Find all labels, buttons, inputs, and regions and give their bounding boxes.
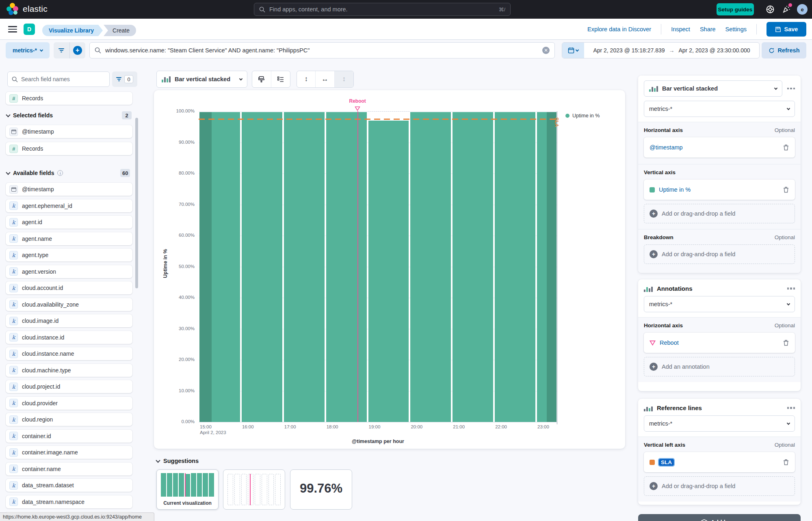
plot-area[interactable]: 100.00%90.00%80.00%70.00%60.00%50.00%40.… [199, 111, 557, 422]
uptime-bar-15:00[interactable] [199, 112, 240, 422]
sla-reference-dimension[interactable]: SLA [644, 452, 795, 472]
annotations-actions-button[interactable] [787, 288, 795, 290]
navbar-actions: Explore data in Discover Inspect Share S… [587, 19, 806, 40]
field-item-cloudmachinetype[interactable]: kcloud.machine.type [6, 364, 132, 377]
field-item-data_streamnamespace[interactable]: kdata_stream.namespace [6, 495, 132, 508]
space-avatar[interactable]: D [24, 24, 35, 35]
trash-icon[interactable] [783, 144, 789, 151]
save-button[interactable]: Save [767, 22, 806, 37]
date-to[interactable]: Apr 2, 2023 @ 23:30:00.000 [679, 47, 750, 54]
field-item-agentid[interactable]: kagent.id [6, 216, 132, 229]
horizontal-axis-dimension[interactable]: @timestamp [644, 137, 795, 158]
suggestion-metric[interactable]: 99.76% [290, 469, 352, 510]
trash-icon[interactable] [783, 186, 789, 193]
field-item-containerimagename[interactable]: kcontainer.image.name [6, 446, 132, 459]
suggestion-alt-chart[interactable] [223, 469, 285, 510]
data-view-picker[interactable]: metrics-* [6, 42, 50, 58]
field-item-agenttype[interactable]: kagent.type [6, 249, 132, 262]
x-axis-tick: 16:00 [242, 424, 254, 429]
uptime-bar-21:00[interactable] [453, 112, 493, 422]
uptime-bar-17:00[interactable] [284, 112, 325, 422]
field-item-cloudimageid[interactable]: kcloud.image.id [6, 314, 132, 327]
add-layer-button[interactable]: Add layer [638, 514, 801, 521]
reboot-annotation-marker-icon[interactable] [355, 105, 360, 112]
field-item-containername[interactable]: kcontainer.name [6, 463, 132, 476]
uptime-bar-18:00[interactable] [326, 112, 367, 422]
reference-actions-button[interactable] [787, 407, 795, 409]
field-item-agentname[interactable]: kagent.name [6, 232, 132, 245]
annotations-data-view-select[interactable]: metrics-* [644, 296, 795, 312]
quick-select-button[interactable] [562, 43, 584, 58]
add-reference-field[interactable]: + Add or drag-and-drop a field [644, 476, 795, 496]
reboot-annotation-line[interactable] [357, 111, 358, 422]
add-breakdown-field[interactable]: + Add or drag-and-drop a field [644, 244, 795, 264]
uptime-bar-16:00[interactable] [242, 112, 282, 422]
sla-reference-line[interactable] [199, 119, 557, 120]
field-item-data_streamdataset[interactable]: kdata_stream.dataset [6, 479, 132, 492]
uptime-bar-23:00[interactable] [537, 112, 556, 422]
reboot-annotation-label[interactable]: Reboot [349, 98, 366, 104]
add-annotation-button[interactable]: + Add an annotation [644, 357, 795, 376]
field-item-records[interactable]: #Records [6, 142, 132, 155]
field-item-agentversion[interactable]: kagent.version [6, 265, 132, 278]
field-item-timestamp[interactable]: @timestamp [6, 183, 132, 196]
field-item-cloudregion[interactable]: kcloud.region [6, 413, 132, 426]
refresh-button[interactable]: Refresh [762, 42, 806, 58]
suggestion-current[interactable]: Current visualization [156, 469, 219, 510]
field-item-cloudprovider[interactable]: kcloud.provider [6, 397, 132, 410]
chart-legend[interactable]: Uptime in % [565, 113, 600, 119]
settings-link[interactable]: Settings [725, 26, 747, 32]
selected-fields-header[interactable]: Selected fields [6, 112, 53, 119]
menu-toggle-button[interactable] [8, 26, 17, 32]
field-item-agentephemeral_id[interactable]: kagent.ephemeral_id [6, 199, 132, 212]
field-item-cloudprojectid[interactable]: kcloud.project.id [6, 380, 132, 393]
breadcrumb-visualize-library[interactable]: Visualize Library [42, 25, 103, 36]
add-vertical-axis-field[interactable]: + Add or drag-and-drop a field [644, 204, 795, 223]
sla-selected-text[interactable]: SLA [659, 459, 674, 466]
explore-data-link[interactable]: Explore data in Discover [587, 26, 651, 32]
news-button[interactable] [782, 4, 791, 14]
help-button[interactable] [765, 4, 775, 14]
date-range[interactable]: Apr 2, 2023 @ 15:18:27.839 → Apr 2, 2023… [584, 47, 759, 54]
global-search-input[interactable]: Find apps, content, and more. ⌘/ [254, 3, 511, 16]
legend-settings-button[interactable] [271, 71, 290, 87]
suggestions-header[interactable]: Suggestions [156, 458, 199, 464]
bottom-axis-button[interactable]: ↔ [316, 71, 334, 87]
field-name: cloud.provider [22, 400, 58, 406]
uptime-bar-20:00[interactable] [410, 112, 451, 422]
vertical-axis-dimension[interactable]: Uptime in % [644, 179, 795, 200]
user-avatar[interactable]: e [797, 4, 808, 15]
field-item-cloudinstanceid[interactable]: kcloud.instance.id [6, 331, 132, 344]
field-filter-button[interactable]: 0 [112, 71, 137, 87]
field-search-input[interactable]: Search field names [7, 71, 110, 87]
date-from[interactable]: Apr 2, 2023 @ 15:18:27.839 [593, 47, 665, 54]
trash-icon[interactable] [783, 459, 789, 465]
share-link[interactable]: Share [700, 26, 716, 32]
records-field[interactable]: # Records [6, 92, 132, 105]
chart-type-select[interactable]: Bar vertical stacked [156, 71, 247, 88]
sidebar-scrollbar[interactable] [135, 118, 138, 288]
elastic-brand[interactable]: elastic [6, 3, 48, 15]
field-item-timestamp[interactable]: @timestamp [6, 125, 132, 138]
field-item-cloudinstancename[interactable]: kcloud.instance.name [6, 347, 132, 360]
left-axis-button[interactable]: ↕ [297, 71, 316, 87]
query-input[interactable]: windows.service.name: "Steam Client Serv… [89, 42, 555, 58]
field-item-cloudaccountid[interactable]: kcloud.account.id [6, 281, 132, 294]
layer-chart-type-select[interactable]: Bar vertical stacked [644, 80, 782, 97]
layer-actions-button[interactable] [787, 88, 795, 90]
available-fields-header[interactable]: Available fields i [6, 170, 63, 176]
add-filter-button[interactable]: + [70, 42, 86, 58]
reference-data-view-select[interactable]: metrics-* [644, 415, 795, 432]
filters-button[interactable] [54, 42, 70, 58]
trash-icon[interactable] [783, 339, 789, 346]
reboot-annotation-dimension[interactable]: Reboot [644, 333, 795, 353]
uptime-bar-22:00[interactable] [495, 112, 535, 422]
layer-data-view-select[interactable]: metrics-* [644, 101, 795, 117]
field-item-cloudavailability_zone[interactable]: kcloud.availability_zone [6, 298, 132, 311]
setup-guides-button[interactable]: Setup guides [717, 3, 754, 15]
field-item-containerid[interactable]: kcontainer.id [6, 430, 132, 443]
inspect-link[interactable]: Inspect [671, 26, 690, 32]
appearance-button[interactable] [252, 71, 271, 87]
uptime-bar-19:00[interactable] [368, 121, 409, 422]
clear-query-button[interactable]: ✕ [542, 47, 550, 54]
